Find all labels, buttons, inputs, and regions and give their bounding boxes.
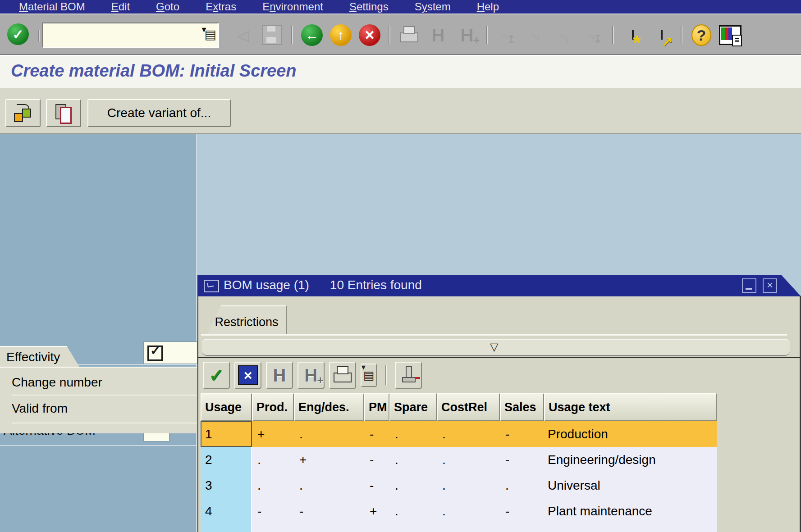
cancel-icon bbox=[238, 365, 258, 385]
collapse-command-button bbox=[231, 23, 256, 48]
title-bar: Create material BOM: Initial Screen bbox=[0, 55, 801, 88]
find-icon bbox=[432, 25, 445, 45]
table-cell: 5 bbox=[201, 524, 252, 532]
new-session-button[interactable] bbox=[620, 23, 645, 48]
table-row-usage-5[interactable]: 5..-..+Sales and distribution bbox=[201, 524, 717, 532]
table-cell: . bbox=[437, 473, 500, 498]
effectivity-group-tab: Effectivity bbox=[0, 346, 79, 367]
create-variant-button[interactable]: Create variant of... bbox=[87, 99, 231, 127]
minimize-button[interactable] bbox=[742, 278, 756, 293]
material-field[interactable] bbox=[143, 341, 197, 364]
cancel-button[interactable] bbox=[234, 362, 261, 389]
menu-item-edit[interactable]: Edit bbox=[111, 0, 130, 13]
table-cell: Universal bbox=[544, 473, 717, 498]
find-next-button[interactable] bbox=[298, 362, 325, 389]
dialog-body: Restrictions UsageProd.Eng/des.PMSpareCo… bbox=[197, 296, 801, 532]
table-cell: 2 bbox=[201, 447, 252, 473]
customize-layout-button[interactable] bbox=[718, 23, 743, 48]
menu-item-extras[interactable]: Extras bbox=[206, 0, 236, 13]
column-header-usage-text[interactable]: Usage text bbox=[544, 393, 717, 421]
menu-item-environment[interactable]: Environment bbox=[262, 0, 323, 13]
transfer-button[interactable] bbox=[5, 99, 41, 127]
table-cell: - bbox=[294, 498, 364, 524]
personal-value-list-button[interactable] bbox=[395, 362, 422, 389]
print-button[interactable] bbox=[329, 362, 356, 389]
row-divider bbox=[12, 395, 197, 396]
table-cell: 1 bbox=[201, 421, 252, 447]
toolbar-buttons bbox=[231, 23, 743, 48]
copy-button[interactable] bbox=[46, 99, 81, 127]
table-cell: . bbox=[389, 524, 437, 532]
copy-document-icon bbox=[54, 103, 73, 123]
menu-bar: Material BOMEditGotoExtrasEnvironmentSet… bbox=[0, 0, 801, 14]
last-page-icon bbox=[592, 31, 594, 39]
table-cell: . bbox=[389, 421, 437, 447]
table-row-usage-1[interactable]: 1+.-..-Production bbox=[201, 421, 717, 447]
table-header-row: UsageProd.Eng/des.PMSpareCostRelSalesUsa… bbox=[201, 393, 717, 421]
create-shortcut-button[interactable] bbox=[649, 23, 674, 48]
dialog-titlebar[interactable]: BOM usage (1)10 Entries found × bbox=[197, 275, 801, 296]
new-session-icon bbox=[632, 31, 634, 39]
table-cell: Sales and distribution bbox=[544, 524, 717, 532]
table-body: 1+.-..-Production2.+-..-Engineering/desi… bbox=[201, 421, 717, 532]
table-cell: 4 bbox=[201, 498, 252, 524]
table-cell: . bbox=[437, 447, 500, 473]
entries-found-text: 10 Entries found bbox=[330, 278, 422, 292]
column-header-costrel[interactable]: CostRel bbox=[437, 393, 500, 421]
restrictions-expander[interactable] bbox=[202, 339, 790, 356]
bom-usage-table: UsageProd.Eng/des.PMSpareCostRelSalesUsa… bbox=[201, 393, 717, 532]
menu-item-system[interactable]: System bbox=[415, 0, 451, 13]
table-cell: - bbox=[252, 498, 294, 524]
command-history-dropdown-icon[interactable]: ▤ bbox=[205, 26, 216, 43]
enter-button[interactable]: ✓ bbox=[7, 23, 29, 45]
table-cell: . bbox=[294, 421, 364, 447]
table-cell: . bbox=[389, 447, 437, 473]
tab-restrictions[interactable]: Restrictions bbox=[207, 305, 287, 334]
column-header-sales[interactable]: Sales bbox=[500, 393, 544, 421]
command-input[interactable] bbox=[44, 24, 195, 46]
menu-item-help[interactable]: Help bbox=[477, 0, 499, 13]
back-button[interactable] bbox=[299, 23, 325, 48]
column-header-eng-des-[interactable]: Eng/des. bbox=[294, 393, 364, 421]
application-toolbar: Create variant of... bbox=[0, 88, 801, 134]
tabstrip-divider bbox=[201, 334, 787, 336]
table-cell: - bbox=[364, 421, 389, 447]
save-button bbox=[260, 23, 285, 48]
column-header-pm[interactable]: PM bbox=[364, 393, 389, 421]
table-row-usage-4[interactable]: 4--+..-Plant maintenance bbox=[201, 498, 717, 524]
table-row-usage-3[interactable]: 3..-...Universal bbox=[201, 473, 717, 498]
copy-button[interactable] bbox=[203, 362, 230, 389]
cancel-button[interactable] bbox=[357, 23, 382, 48]
toolbar-separator bbox=[486, 26, 488, 44]
personal-value-list-icon bbox=[398, 365, 418, 385]
find-button[interactable] bbox=[266, 362, 293, 389]
initial-screen-form: Material Plant BOM usage Alternative BOM… bbox=[0, 134, 197, 532]
print-icon bbox=[333, 366, 352, 384]
print-options-icon bbox=[363, 368, 375, 382]
table-cell: Engineering/design bbox=[544, 447, 717, 473]
print-options-button[interactable] bbox=[361, 364, 377, 387]
menu-item-material-bom[interactable]: Material BOM bbox=[19, 0, 85, 13]
toolbar-separator bbox=[681, 26, 682, 44]
help-button[interactable] bbox=[689, 23, 714, 48]
table-cell: - bbox=[500, 498, 544, 524]
dialog-icon bbox=[204, 280, 219, 292]
table-cell: . bbox=[389, 473, 437, 498]
column-header-prod-[interactable]: Prod. bbox=[252, 393, 294, 421]
column-header-spare[interactable]: Spare bbox=[389, 393, 437, 421]
back-icon bbox=[301, 24, 323, 46]
table-cell: + bbox=[252, 421, 294, 447]
create-shortcut-icon bbox=[661, 31, 663, 39]
last-page-button bbox=[581, 23, 606, 48]
close-button[interactable]: × bbox=[763, 278, 777, 293]
menu-item-settings[interactable]: Settings bbox=[349, 0, 389, 13]
standard-toolbar: ✓ ▤ bbox=[0, 14, 801, 55]
menu-item-goto[interactable]: Goto bbox=[156, 0, 179, 13]
table-cell: + bbox=[500, 524, 544, 532]
exit-button[interactable] bbox=[328, 23, 353, 48]
column-header-usage[interactable]: Usage bbox=[201, 393, 252, 421]
table-row-usage-2[interactable]: 2.+-..-Engineering/design bbox=[201, 447, 717, 473]
table-cell: . bbox=[294, 473, 364, 498]
table-cell: - bbox=[364, 524, 389, 532]
transfer-icon bbox=[13, 103, 33, 123]
